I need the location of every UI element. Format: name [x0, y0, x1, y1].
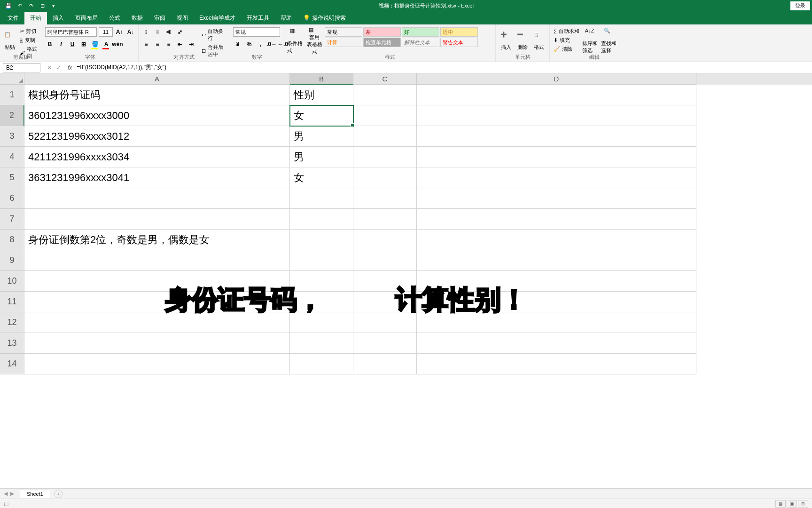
- cell[interactable]: 5221231996xxxx3012: [24, 126, 290, 147]
- style-explain[interactable]: 解释性文本: [402, 38, 439, 47]
- sheet-nav-prev-icon[interactable]: ◀: [4, 491, 8, 497]
- cell[interactable]: [24, 188, 290, 209]
- row-header[interactable]: 13: [0, 333, 24, 354]
- row-header[interactable]: 1: [0, 85, 24, 105]
- style-warn[interactable]: 警告文本: [440, 38, 478, 47]
- copy-button[interactable]: ⎘复制: [19, 36, 39, 44]
- cell[interactable]: [290, 333, 353, 354]
- insert-button[interactable]: ➕插入: [499, 27, 513, 55]
- align-top-icon[interactable]: ⫶: [141, 27, 151, 37]
- cell[interactable]: [290, 354, 353, 374]
- italic-button[interactable]: I: [56, 40, 66, 49]
- tab-review[interactable]: 审阅: [148, 12, 171, 24]
- save-icon[interactable]: 💾: [4, 1, 13, 10]
- phonetic-button[interactable]: wén: [113, 40, 122, 49]
- cell[interactable]: [24, 271, 290, 292]
- wrap-text-button[interactable]: ↩自动换行: [201, 27, 227, 42]
- tab-data[interactable]: 数据: [126, 12, 148, 24]
- view-pagebreak-icon[interactable]: ⊞: [798, 500, 808, 508]
- sheet-nav-next-icon[interactable]: ▶: [10, 491, 14, 497]
- cancel-formula-icon[interactable]: ✕: [47, 64, 52, 71]
- cell[interactable]: 3601231996xxxx3000: [24, 105, 290, 126]
- cell[interactable]: [290, 209, 353, 230]
- indent-dec-icon[interactable]: ⇤: [175, 40, 185, 49]
- tab-insert[interactable]: 插入: [47, 12, 70, 24]
- qat-dropdown-icon[interactable]: ▾: [49, 1, 58, 10]
- align-right-icon[interactable]: ≡: [164, 40, 173, 49]
- cut-button[interactable]: ✂剪切: [19, 27, 39, 35]
- cell[interactable]: [24, 209, 290, 230]
- comma-icon[interactable]: ,: [256, 40, 265, 49]
- fx-icon[interactable]: fx: [68, 64, 75, 71]
- cell[interactable]: [353, 209, 417, 230]
- number-format-select[interactable]: [233, 27, 280, 37]
- sheet-tab[interactable]: Sheet1: [20, 490, 50, 498]
- cell[interactable]: 身份证倒数第2位，奇数是男，偶数是女: [24, 230, 290, 250]
- conditional-format-button[interactable]: ▦条件格式: [287, 27, 304, 55]
- cell[interactable]: [353, 333, 417, 354]
- align-middle-icon[interactable]: ≡: [153, 27, 162, 37]
- format-button[interactable]: ⬚格式: [532, 27, 547, 55]
- cell[interactable]: [417, 354, 696, 374]
- sort-filter-button[interactable]: A↓Z排序和筛选: [582, 27, 599, 55]
- shrink-font-icon[interactable]: A↓: [126, 27, 135, 37]
- cell[interactable]: [417, 188, 696, 209]
- cell[interactable]: [353, 312, 417, 333]
- tab-custom[interactable]: Excel自学成才: [194, 12, 241, 24]
- cell[interactable]: 女: [290, 105, 353, 126]
- touch-icon[interactable]: ⊡: [38, 1, 47, 10]
- align-center-icon[interactable]: ≡: [153, 40, 162, 49]
- name-box[interactable]: B2: [3, 63, 40, 72]
- cell[interactable]: [417, 105, 696, 126]
- redo-icon[interactable]: ↷: [26, 1, 36, 10]
- percent-icon[interactable]: %: [244, 40, 254, 49]
- cell[interactable]: [290, 292, 353, 312]
- cell[interactable]: [417, 209, 696, 230]
- view-layout-icon[interactable]: ▣: [787, 500, 797, 508]
- cell[interactable]: [417, 147, 696, 167]
- cell[interactable]: [353, 147, 417, 167]
- row-header[interactable]: 5: [0, 167, 24, 188]
- style-neutral[interactable]: 适中: [440, 27, 478, 37]
- col-header-B[interactable]: B: [290, 73, 353, 85]
- cell[interactable]: [290, 250, 353, 271]
- cell[interactable]: [417, 292, 696, 312]
- cell[interactable]: [353, 126, 417, 147]
- row-header[interactable]: 12: [0, 312, 24, 333]
- row-header[interactable]: 11: [0, 292, 24, 312]
- cell[interactable]: 3631231996xxxx3041: [24, 167, 290, 188]
- cell[interactable]: [353, 85, 417, 105]
- style-bad[interactable]: 差: [363, 27, 401, 37]
- cell[interactable]: [417, 126, 696, 147]
- delete-button[interactable]: ➖删除: [515, 27, 530, 55]
- login-button[interactable]: 登录: [790, 1, 810, 10]
- tab-view[interactable]: 视图: [171, 12, 194, 24]
- col-header-D[interactable]: D: [417, 73, 696, 85]
- cell[interactable]: [417, 167, 696, 188]
- spreadsheet-grid[interactable]: ABCD 1234567891011121314 身份证号码， 计算性别！ 模拟…: [0, 73, 812, 488]
- style-good[interactable]: 好: [402, 27, 439, 37]
- cell[interactable]: [353, 354, 417, 374]
- cell[interactable]: 性别: [290, 85, 353, 105]
- undo-icon[interactable]: ↶: [15, 1, 24, 10]
- cell[interactable]: [353, 105, 417, 126]
- tab-formula[interactable]: 公式: [103, 12, 126, 24]
- paste-button[interactable]: 📋 粘贴: [3, 27, 17, 55]
- bold-button[interactable]: B: [45, 40, 55, 49]
- cell[interactable]: [24, 250, 290, 271]
- find-select-button[interactable]: 🔍查找和选择: [601, 27, 618, 55]
- currency-icon[interactable]: ¥: [233, 40, 242, 49]
- cell[interactable]: [24, 354, 290, 374]
- row-header[interactable]: 8: [0, 230, 24, 250]
- tab-help[interactable]: 帮助: [275, 12, 297, 24]
- row-header[interactable]: 6: [0, 188, 24, 209]
- style-check[interactable]: 检查单元格: [363, 38, 401, 47]
- row-header[interactable]: 14: [0, 354, 24, 374]
- orientation-icon[interactable]: ⤢: [175, 27, 185, 37]
- formula-input[interactable]: [75, 63, 812, 72]
- cell[interactable]: [417, 85, 696, 105]
- cell[interactable]: 男: [290, 126, 353, 147]
- font-size-select[interactable]: [99, 27, 113, 37]
- border-button[interactable]: ⊞: [79, 40, 88, 49]
- cell[interactable]: [353, 230, 417, 250]
